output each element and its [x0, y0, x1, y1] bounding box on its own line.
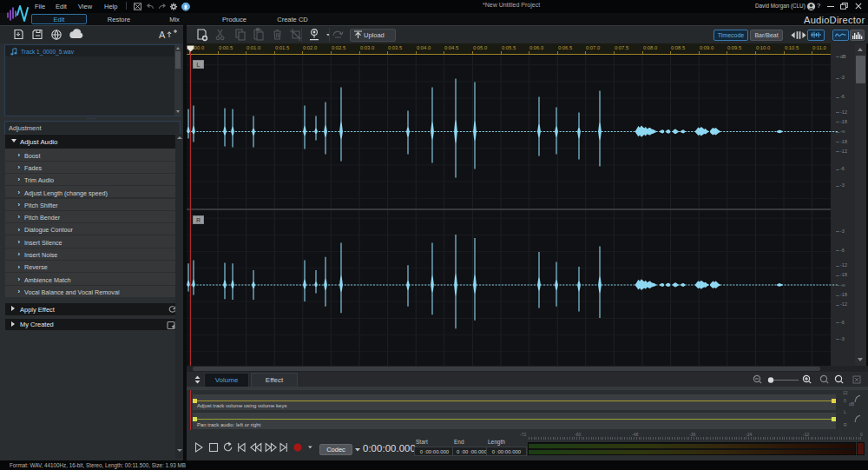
svg-text:A: A — [159, 30, 166, 40]
